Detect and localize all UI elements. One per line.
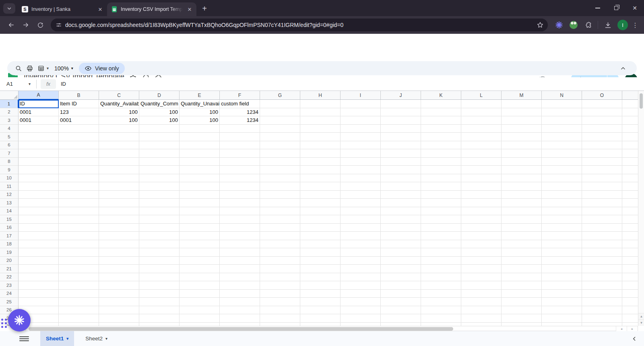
cell-O9[interactable]	[582, 166, 622, 174]
cell-C17[interactable]	[99, 232, 139, 240]
cell-I16[interactable]	[341, 224, 381, 232]
sanka-floating-button[interactable]	[8, 309, 31, 332]
cell-L1[interactable]	[461, 100, 502, 108]
cell-E25[interactable]	[180, 298, 220, 306]
cell-C8[interactable]	[99, 158, 139, 166]
cell-N3[interactable]	[542, 116, 582, 125]
all-sheets-hamburger-icon[interactable]	[19, 336, 29, 341]
cell-A2[interactable]: 0001	[19, 108, 59, 117]
cell-K12[interactable]	[421, 191, 461, 199]
cell-M20[interactable]	[502, 257, 542, 265]
cell-J26[interactable]	[381, 306, 421, 315]
cell-K17[interactable]	[421, 232, 461, 240]
cell-C28[interactable]	[99, 323, 139, 326]
cell-H2[interactable]	[300, 108, 341, 117]
back-icon[interactable]	[5, 19, 17, 31]
row-header-16[interactable]: 16	[0, 224, 19, 232]
cell-F6[interactable]	[220, 141, 260, 150]
cell-N15[interactable]	[542, 215, 582, 224]
cell-N10[interactable]	[542, 174, 582, 183]
cell-N28[interactable]	[542, 323, 582, 326]
cell-L4[interactable]	[461, 125, 502, 133]
cell-D21[interactable]	[139, 265, 180, 273]
tab-close-icon[interactable]: ✕	[186, 6, 193, 13]
cell-K22[interactable]	[421, 273, 461, 282]
cell-I22[interactable]	[341, 273, 381, 282]
cell-D25[interactable]	[139, 298, 180, 306]
cell-D9[interactable]	[139, 166, 180, 174]
cell-E22[interactable]	[180, 273, 220, 282]
cell-N21[interactable]	[542, 265, 582, 273]
cell-K13[interactable]	[421, 199, 461, 207]
cell-B6[interactable]	[59, 141, 99, 150]
cell-F12[interactable]	[220, 191, 260, 199]
cell-F2[interactable]: 1234	[220, 108, 260, 117]
row-header-14[interactable]: 14	[0, 207, 19, 216]
cell-H1[interactable]	[300, 100, 341, 108]
cell-E11[interactable]	[180, 182, 220, 191]
cell-H23[interactable]	[300, 281, 341, 290]
cell-I5[interactable]	[341, 133, 381, 141]
cell-E24[interactable]	[180, 290, 220, 298]
cell-B17[interactable]	[59, 232, 99, 240]
cell-O25[interactable]	[582, 298, 622, 306]
cell-C13[interactable]	[99, 199, 139, 207]
cell-M15[interactable]	[502, 215, 542, 224]
cell-I3[interactable]	[341, 116, 381, 125]
cell-J23[interactable]	[381, 281, 421, 290]
cell-E13[interactable]	[180, 199, 220, 207]
column-header-B[interactable]: B	[59, 91, 99, 100]
cell-K24[interactable]	[421, 290, 461, 298]
cell-O15[interactable]	[582, 215, 622, 224]
cell-L8[interactable]	[461, 158, 502, 166]
cell-H16[interactable]	[300, 224, 341, 232]
cell-N23[interactable]	[542, 281, 582, 290]
print-icon[interactable]	[24, 63, 35, 74]
cell-J8[interactable]	[381, 158, 421, 166]
cell-F26[interactable]	[220, 306, 260, 315]
cell-I15[interactable]	[341, 215, 381, 224]
cell-B10[interactable]	[59, 174, 99, 183]
search-icon[interactable]	[13, 63, 24, 74]
cell-F20[interactable]	[220, 257, 260, 265]
cell-H7[interactable]	[300, 149, 341, 158]
bookmark-star-icon[interactable]	[537, 21, 544, 29]
cell-E1[interactable]: Quantity_Unavai	[180, 100, 220, 108]
column-header-K[interactable]: K	[421, 91, 461, 100]
cell-M13[interactable]	[502, 199, 542, 207]
cell-L26[interactable]	[461, 306, 502, 315]
cell-O23[interactable]	[582, 281, 622, 290]
cell-I28[interactable]	[341, 323, 381, 326]
cell-H15[interactable]	[300, 215, 341, 224]
spreadsheet-grid[interactable]: ABCDEFGHIJKLMNO1IDItem IDQuantity_Availa…	[0, 91, 638, 326]
cell-G9[interactable]	[260, 166, 300, 174]
cell-L22[interactable]	[461, 273, 502, 282]
cell-J27[interactable]	[381, 314, 421, 323]
cell-O4[interactable]	[582, 125, 622, 133]
cell-A25[interactable]	[19, 298, 59, 306]
cell-I26[interactable]	[341, 306, 381, 315]
frog-extension-icon[interactable]	[568, 19, 579, 31]
cell-E4[interactable]	[180, 125, 220, 133]
cell-F25[interactable]	[220, 298, 260, 306]
paint-format-grid-icon[interactable]	[35, 63, 47, 74]
cell-D23[interactable]	[139, 281, 180, 290]
cell-A5[interactable]	[19, 133, 59, 141]
cell-H11[interactable]	[300, 182, 341, 191]
cell-K7[interactable]	[421, 149, 461, 158]
cell-O22[interactable]	[582, 273, 622, 282]
cell-I11[interactable]	[341, 182, 381, 191]
cell-O26[interactable]	[582, 306, 622, 315]
cell-H28[interactable]	[300, 323, 341, 326]
cell-L10[interactable]	[461, 174, 502, 183]
cell-C9[interactable]	[99, 166, 139, 174]
cell-I6[interactable]	[341, 141, 381, 150]
cell-O21[interactable]	[582, 265, 622, 273]
cell-A8[interactable]	[19, 158, 59, 166]
cell-L18[interactable]	[461, 240, 502, 249]
cell-J5[interactable]	[381, 133, 421, 141]
cell-L28[interactable]	[461, 323, 502, 326]
cell-B18[interactable]	[59, 240, 99, 249]
cell-L12[interactable]	[461, 191, 502, 199]
row-header-25[interactable]: 25	[0, 298, 19, 306]
